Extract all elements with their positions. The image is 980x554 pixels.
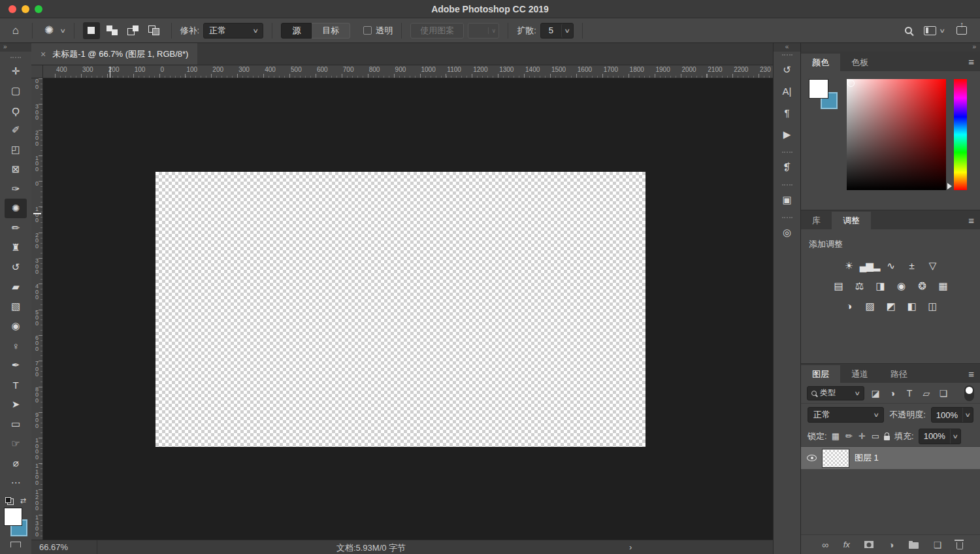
zoom-tool[interactable]: ⌀	[5, 453, 27, 473]
search-icon[interactable]	[905, 27, 912, 34]
timeline-panel-icon[interactable]: ◎	[777, 221, 797, 243]
ruler-corner[interactable]	[31, 65, 43, 78]
vertical-ruler[interactable]: 0030020010001002003004005006007008009001…	[31, 78, 43, 540]
layer-visibility-eye-icon[interactable]	[807, 455, 817, 461]
source-button[interactable]: 源	[281, 23, 312, 39]
object-selection-tool[interactable]: ✐	[5, 120, 27, 140]
dodge-tool[interactable]: ♀	[5, 336, 27, 355]
filter-image-icon[interactable]: ◪	[868, 388, 883, 399]
panel-menu-icon[interactable]: ≡	[968, 56, 974, 67]
invert-icon[interactable]: ◑	[840, 299, 858, 314]
eyedropper-tool[interactable]: ✑	[5, 179, 27, 199]
workspace-switcher[interactable]: ∨	[924, 26, 945, 35]
crop-tool[interactable]: ◰	[5, 140, 27, 159]
close-window-button[interactable]	[8, 5, 16, 13]
tab-color[interactable]: 颜色	[801, 54, 840, 71]
opacity-dropdown[interactable]: 100% ∨	[931, 407, 973, 423]
history-brush-tool[interactable]: ↺	[5, 257, 27, 277]
intersect-selection-icon[interactable]	[146, 22, 163, 39]
filter-kind-dropdown[interactable]: 类型 ∨	[807, 386, 864, 400]
3d-panel-icon[interactable]: ▣	[777, 189, 797, 210]
expand-panels-button[interactable]: »	[801, 43, 980, 52]
layer-row[interactable]: 图层 1	[801, 447, 980, 469]
eraser-tool[interactable]: ▰	[5, 277, 27, 297]
diffusion-dropdown[interactable]: 5 ∨	[540, 23, 574, 39]
gradient-map-icon[interactable]: ◧	[903, 299, 921, 314]
brightness-contrast-icon[interactable]: ☀	[840, 258, 858, 273]
color-balance-icon[interactable]: ⚖	[851, 278, 868, 293]
status-chevron-icon[interactable]: ›	[629, 542, 632, 552]
saturation-brightness-field[interactable]	[847, 79, 946, 190]
document-size-info[interactable]: 文档:5.93M/0 字节	[227, 542, 515, 554]
tab-adjustments[interactable]: 调整	[832, 212, 871, 229]
clone-stamp-tool[interactable]: ♜	[5, 238, 27, 257]
path-select-tool[interactable]: ➤	[5, 395, 27, 414]
quick-mask-icon[interactable]	[10, 542, 21, 547]
close-tab-icon[interactable]: ×	[41, 49, 46, 59]
foreground-color-swatch[interactable]	[4, 508, 22, 526]
layer-style-fx-icon[interactable]: fx	[843, 540, 850, 549]
move-tool[interactable]: ✛	[5, 61, 27, 81]
filter-smart-object-icon[interactable]: ❏	[936, 388, 951, 399]
transparent-checkbox[interactable]	[363, 26, 372, 35]
edit-toolbar[interactable]: ⋯	[5, 473, 27, 493]
photo-filter-icon[interactable]: ◉	[892, 278, 910, 293]
add-selection-icon[interactable]	[104, 22, 121, 39]
filter-shape-icon[interactable]: ▱	[919, 388, 934, 399]
tab-swatches[interactable]: 色板	[840, 54, 879, 71]
layer-filter-toggle[interactable]	[964, 385, 974, 401]
channel-mixer-icon[interactable]: ❂	[913, 278, 931, 293]
hue-saturation-icon[interactable]: ▤	[830, 278, 847, 293]
hue-slider-marker[interactable]	[947, 183, 955, 189]
collapse-dock-button[interactable]: «	[774, 43, 800, 52]
canvas-transparent-layer[interactable]	[155, 172, 645, 447]
document-tab[interactable]: × 未标题-1 @ 66.7% (图层 1, RGB/8*)	[31, 43, 197, 65]
patch-tool[interactable]: ✺	[5, 199, 27, 218]
new-adjustment-layer-icon[interactable]: ◑	[889, 540, 894, 550]
color-picker-marker[interactable]	[847, 80, 855, 87]
tab-libraries[interactable]: 库	[801, 212, 832, 229]
panel-menu-icon[interactable]: ≡	[968, 368, 974, 380]
lock-artboard-icon[interactable]: ▭	[872, 431, 879, 441]
drag-grip[interactable]	[782, 184, 792, 186]
panel-menu-icon[interactable]: ≡	[968, 215, 974, 226]
share-icon[interactable]	[956, 26, 967, 35]
exposure-icon[interactable]: ±	[903, 258, 921, 273]
shape-tool[interactable]: ▭	[5, 414, 27, 434]
hand-tool[interactable]: ☞	[5, 434, 27, 453]
filter-type-icon[interactable]: T	[902, 388, 917, 399]
tab-paths[interactable]: 路径	[879, 365, 919, 383]
curves-icon[interactable]: ∿	[882, 258, 900, 273]
home-icon[interactable]: ⌂	[8, 24, 24, 37]
zoom-window-button[interactable]	[35, 5, 42, 13]
pen-tool[interactable]: ✒	[5, 355, 27, 375]
tab-layers[interactable]: 图层	[801, 365, 840, 383]
subtract-selection-icon[interactable]	[125, 22, 142, 39]
expand-tools-button[interactable]: »	[0, 43, 31, 52]
delete-layer-icon[interactable]	[956, 542, 963, 549]
marquee-tool[interactable]: ▢	[5, 81, 27, 101]
chevron-down-icon[interactable]: ∨	[59, 27, 66, 34]
actions-panel-icon[interactable]: ▶	[777, 123, 797, 145]
drag-grip[interactable]	[782, 217, 792, 218]
drag-grip[interactable]	[782, 152, 792, 153]
lasso-tool[interactable]: Ϙ	[5, 101, 27, 120]
brush-tool[interactable]: ✏	[5, 218, 27, 238]
patch-mode-dropdown[interactable]: 正常 ∨	[203, 23, 263, 39]
swap-colors-icon[interactable]: ⇄	[20, 497, 26, 505]
zoom-level-field[interactable]: 66.67%	[39, 542, 68, 552]
paragraph-panel-icon[interactable]: ¶	[777, 102, 797, 123]
add-layer-mask-icon[interactable]	[864, 541, 874, 548]
horizontal-ruler[interactable]: 4003002001000100200300400500600700800900…	[43, 65, 773, 78]
posterize-icon[interactable]: ▨	[861, 299, 879, 314]
layer-thumbnail[interactable]	[823, 449, 849, 467]
canvas-viewport[interactable]	[43, 78, 773, 540]
hue-slider[interactable]	[954, 79, 967, 190]
link-layers-icon[interactable]: ∞	[822, 540, 828, 550]
selective-color-icon[interactable]: ◫	[924, 299, 941, 314]
tab-channels[interactable]: 通道	[840, 365, 879, 383]
lock-transparent-icon[interactable]: ▦	[832, 431, 840, 441]
drag-grip[interactable]	[782, 54, 792, 56]
minimize-window-button[interactable]	[22, 5, 29, 13]
destination-button[interactable]: 目标	[312, 23, 350, 39]
